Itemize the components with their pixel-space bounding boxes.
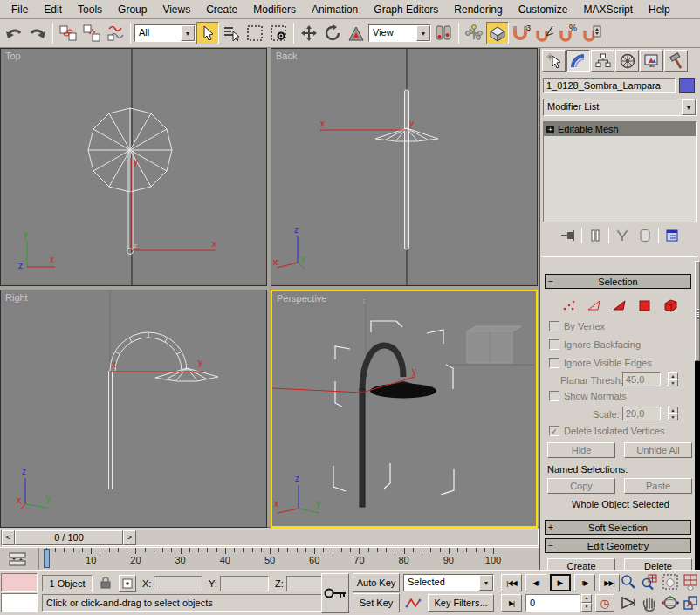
current-frame-field[interactable]: 0 [525, 594, 580, 612]
auto-key-button[interactable]: Auto Key [353, 573, 400, 592]
menu-item-help[interactable]: Help [641, 1, 678, 18]
menu-item-file[interactable]: File [3, 1, 36, 18]
absolute-offset-mode-toggle[interactable] [119, 575, 136, 592]
redo-icon[interactable] [26, 22, 49, 44]
element-sub-object-icon[interactable] [662, 298, 680, 312]
menu-item-edit[interactable]: Edit [36, 1, 70, 18]
spinner-up-icon[interactable]: ▲ [668, 372, 678, 379]
menu-item-create[interactable]: Create [198, 1, 245, 18]
select-and-manipulate-button[interactable] [463, 22, 485, 44]
reference-coordinate-system-dropdown[interactable]: View ▼ [368, 24, 431, 42]
create-button-clipped[interactable]: Create [547, 558, 615, 570]
snap-3d-button[interactable]: 3 [510, 22, 532, 44]
window-crossing-selection-button[interactable] [267, 22, 290, 44]
selection-set-dropdown[interactable]: Selected ▼ [403, 574, 494, 591]
arc-rotate-button[interactable] [662, 594, 681, 613]
configure-modifier-sets-button[interactable] [662, 227, 682, 244]
show-end-result-button[interactable] [586, 227, 605, 244]
bind-to-space-warp-icon[interactable] [104, 22, 127, 44]
ignore-visible-edges-checkbox[interactable]: Ignore Visible Edges [549, 357, 652, 369]
face-sub-object-icon[interactable] [612, 298, 628, 312]
pan-button[interactable] [641, 594, 660, 613]
undo-icon[interactable] [3, 22, 25, 44]
unhide-all-button[interactable]: Unhide All [624, 442, 692, 458]
time-slider-next-button[interactable]: > [123, 530, 136, 545]
select-by-name-button[interactable] [220, 22, 243, 44]
paste-button[interactable]: Paste [624, 478, 692, 494]
delete-button-clipped[interactable]: Delete [624, 558, 692, 570]
polygon-sub-object-icon[interactable] [637, 298, 653, 312]
y-coord-field[interactable] [220, 576, 269, 591]
key-mode-toggle[interactable]: ▶| [501, 594, 522, 612]
angle-snap-button[interactable] [533, 22, 556, 44]
remove-modifier-button[interactable] [635, 227, 655, 244]
track-bar[interactable]: 0102030405060708090100 [0, 547, 539, 570]
x-coord-field[interactable] [154, 576, 202, 591]
frame-spinner[interactable]: ▲ ▼ [581, 594, 592, 612]
edge-sub-object-icon[interactable] [587, 298, 602, 312]
rollout-soft-selection-header[interactable]: + Soft Selection [545, 520, 691, 535]
rollout-selection-header[interactable]: − Selection [545, 274, 691, 289]
zoom-all-button[interactable] [641, 573, 660, 592]
chevron-down-icon[interactable]: ▼ [682, 99, 696, 115]
viewport-top[interactable]: Top [0, 48, 267, 286]
time-configuration-button[interactable]: ◷ [595, 594, 614, 612]
scrollbar-thumb[interactable] [695, 261, 700, 361]
hide-button[interactable]: Hide [547, 442, 615, 458]
time-slider-track[interactable]: < 0 / 100 > [1, 530, 539, 546]
snaps-toggle-button[interactable] [486, 22, 509, 44]
tab-utilities[interactable] [664, 50, 688, 72]
tab-hierarchy[interactable] [591, 50, 614, 72]
menu-item-rendering[interactable]: Rendering [446, 1, 510, 18]
zoom-extents-button[interactable] [662, 573, 681, 592]
previous-frame-button[interactable]: ◀‖ [525, 574, 546, 591]
unlink-selection-icon[interactable] [80, 22, 103, 44]
object-name-field[interactable]: 1_0128_Sombra_Lampara [543, 78, 676, 93]
field-of-view-button[interactable] [620, 594, 639, 613]
select-and-rotate-button[interactable] [321, 22, 344, 44]
show-normals-checkbox[interactable]: Show Normals [549, 390, 627, 402]
set-keys-button[interactable] [321, 573, 349, 613]
menu-item-graph-editors[interactable]: Graph Editors [366, 1, 446, 18]
planar-thresh-field[interactable]: 45,0 [622, 372, 661, 386]
select-and-move-button[interactable] [298, 22, 320, 44]
checkbox[interactable] [549, 358, 559, 368]
select-and-link-icon[interactable] [57, 22, 79, 44]
set-key-button[interactable]: Set Key [353, 593, 400, 612]
open-mini-curve-editor-button[interactable] [3, 550, 31, 567]
tab-create[interactable] [542, 50, 566, 72]
select-object-button[interactable] [196, 22, 219, 44]
spinner-snap-button[interactable] [580, 22, 603, 44]
viewport-perspective[interactable]: Perspective z [271, 290, 538, 528]
min-max-toggle-button[interactable] [683, 594, 700, 613]
scale-spinner[interactable]: ▲ ▼ [668, 407, 678, 420]
menu-item-animation[interactable]: Animation [304, 1, 366, 18]
spinner-down-icon[interactable]: ▼ [668, 413, 678, 420]
spinner-up-icon[interactable]: ▲ [581, 594, 592, 603]
rollout-edit-geometry-header[interactable]: − Edit Geometry [545, 538, 691, 553]
zoom-button[interactable] [620, 573, 639, 592]
menu-item-group[interactable]: Group [110, 1, 154, 18]
play-button[interactable]: ▶ [550, 574, 571, 591]
vertex-sub-object-icon[interactable] [561, 298, 577, 312]
zoom-extents-all-button[interactable] [683, 573, 700, 592]
time-slider-prev-button[interactable]: < [2, 530, 15, 545]
chevron-down-icon[interactable]: ▼ [479, 575, 493, 591]
selection-filter-dropdown[interactable]: All ▼ [134, 24, 196, 42]
time-slider-handle[interactable]: 0 / 100 [15, 530, 123, 545]
key-filters-button[interactable]: Key Filters... [428, 594, 494, 612]
default-in-out-tangents-button[interactable] [403, 594, 424, 612]
percent-snap-button[interactable]: % [557, 22, 580, 44]
menu-item-customize[interactable]: Customize [511, 1, 576, 18]
planar-thresh-spinner[interactable]: ▲ ▼ [668, 372, 678, 386]
tab-motion[interactable] [615, 50, 639, 72]
scale-field[interactable]: 20,0 [622, 407, 661, 420]
menu-item-views[interactable]: Views [154, 1, 198, 18]
menu-item-maxscript[interactable]: MAXScript [575, 1, 641, 18]
object-color-swatch[interactable] [679, 78, 695, 93]
expand-icon[interactable]: + [546, 126, 554, 133]
tab-modify[interactable] [566, 50, 590, 72]
go-to-end-button[interactable]: ▶▶| [599, 574, 620, 591]
stack-item-editable-mesh[interactable]: + Editable Mesh [544, 122, 696, 136]
modifier-stack-list[interactable]: + Editable Mesh [543, 121, 697, 222]
